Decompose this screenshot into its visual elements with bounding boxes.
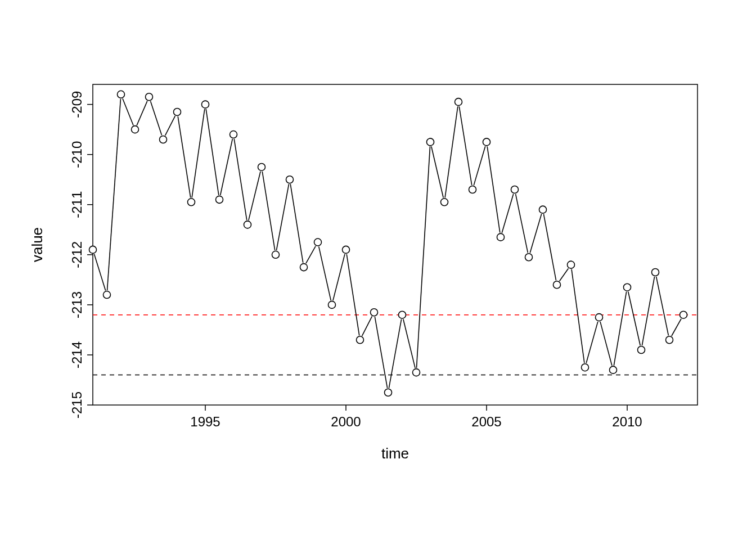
y-tick-label: -214: [69, 341, 84, 368]
data-point: [469, 186, 476, 194]
svg-line-26: [459, 106, 471, 185]
svg-line-13: [276, 184, 289, 250]
svg-line-10: [234, 139, 247, 220]
svg-line-37: [614, 292, 626, 366]
data-point: [300, 264, 308, 271]
y-tick-label: -215: [69, 392, 84, 418]
plot-frame: [93, 84, 698, 405]
data-point: [188, 199, 195, 206]
svg-line-22: [403, 319, 415, 368]
svg-line-2: [123, 98, 133, 125]
data-point: [568, 261, 575, 268]
data-point: [483, 138, 490, 146]
data-point: [328, 301, 336, 308]
data-lines: [94, 98, 681, 388]
data-point: [314, 238, 322, 246]
svg-line-0: [94, 254, 105, 291]
svg-line-15: [306, 246, 316, 264]
data-point: [343, 246, 350, 253]
data-point: [371, 309, 378, 316]
svg-line-35: [586, 322, 598, 363]
data-point: [216, 196, 223, 203]
data-point: [399, 311, 406, 318]
svg-line-5: [165, 116, 176, 136]
svg-line-29: [502, 194, 513, 233]
svg-line-34: [572, 269, 584, 363]
svg-line-11: [249, 172, 260, 220]
data-point: [554, 281, 561, 289]
x-tick-label: 2005: [471, 414, 501, 429]
svg-line-21: [389, 320, 401, 388]
svg-line-24: [431, 146, 443, 197]
svg-line-12: [262, 172, 274, 250]
y-tick-label: -210: [69, 141, 84, 168]
x-tick-label: 2000: [331, 414, 361, 429]
y-tick-label: -209: [69, 91, 84, 118]
svg-line-36: [600, 322, 612, 366]
data-point: [596, 314, 603, 321]
x-axis-label: time: [381, 445, 409, 462]
data-point: [385, 389, 392, 396]
data-point: [652, 268, 659, 276]
data-point: [118, 91, 125, 98]
data-point: [413, 369, 420, 376]
data-point: [146, 93, 153, 101]
data-point: [497, 233, 505, 241]
svg-line-6: [178, 116, 191, 198]
data-point: [244, 221, 251, 228]
data-point: [272, 251, 280, 258]
data-points: [89, 91, 687, 396]
svg-line-3: [137, 101, 147, 125]
data-point: [638, 346, 645, 354]
svg-line-28: [487, 146, 500, 232]
data-point: [357, 336, 364, 344]
data-point: [455, 98, 462, 106]
data-point: [174, 108, 181, 115]
y-axis-label: value: [29, 227, 46, 262]
data-point: [230, 131, 237, 138]
data-point: [258, 163, 266, 170]
svg-line-41: [672, 319, 681, 336]
svg-line-38: [628, 292, 640, 346]
data-point: [89, 246, 97, 253]
svg-line-20: [375, 317, 387, 388]
data-point: [441, 199, 448, 206]
svg-line-40: [656, 277, 669, 336]
data-point: [104, 291, 111, 299]
svg-line-7: [192, 109, 205, 198]
data-point: [610, 366, 617, 374]
data-point: [160, 136, 167, 143]
data-point: [539, 206, 547, 213]
data-point: [427, 138, 434, 146]
data-point: [582, 364, 589, 371]
data-point: [511, 186, 519, 194]
chart-container: 1995200020052010-215-214-213-212-211-210…: [0, 0, 756, 540]
data-point: [286, 176, 294, 183]
data-point: [202, 101, 209, 108]
data-point: [666, 336, 673, 344]
svg-line-14: [290, 184, 303, 263]
svg-line-32: [543, 214, 556, 281]
data-point: [624, 284, 631, 291]
chart-svg: 1995200020052010-215-214-213-212-211-210…: [0, 0, 756, 540]
svg-line-33: [560, 268, 569, 281]
svg-line-4: [151, 101, 162, 136]
svg-line-17: [333, 254, 345, 300]
data-point: [132, 126, 139, 133]
x-tick-label: 1995: [190, 414, 220, 429]
svg-line-23: [416, 146, 430, 368]
svg-line-18: [346, 254, 359, 336]
svg-line-27: [474, 146, 485, 185]
svg-line-8: [206, 109, 219, 195]
data-point: [680, 311, 687, 318]
svg-line-19: [362, 316, 372, 336]
y-tick-label: -213: [69, 291, 84, 318]
svg-line-16: [319, 246, 331, 300]
svg-line-31: [530, 214, 541, 253]
svg-line-9: [220, 139, 233, 195]
data-point: [525, 254, 533, 261]
y-tick-label: -211: [69, 191, 84, 218]
y-tick-label: -212: [69, 241, 84, 268]
svg-line-30: [516, 194, 528, 253]
svg-line-1: [107, 99, 121, 290]
